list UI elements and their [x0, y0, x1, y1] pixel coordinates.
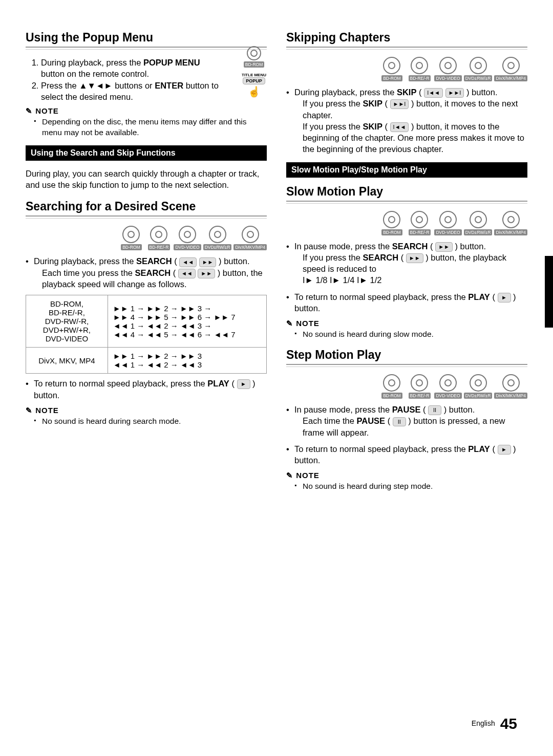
text: In pause mode, press the: [294, 405, 392, 414]
button-name: PAUSE: [392, 405, 421, 414]
disc-icon: [383, 374, 400, 392]
button-name: PLAY: [468, 444, 490, 453]
badge-bdrom: BD-ROM: [244, 61, 264, 68]
disc-icon: [439, 374, 457, 392]
heading-popup-menu: Using the Popup Menu: [26, 31, 267, 45]
badge-label: BD-RE/-R: [148, 244, 171, 250]
text: To return to normal speed playback, pres…: [294, 444, 468, 453]
note-item: No sound is heard during step mode.: [303, 481, 527, 492]
cell-speeds: ►► 1 → ►► 2 → ►► 3 → ►► 4 → ►► 5 → ►► 6 …: [108, 295, 266, 348]
remote-popup-button: POPUP: [243, 77, 265, 84]
text: button.: [470, 88, 498, 97]
rule: [286, 364, 527, 367]
note-heading: NOTE: [286, 319, 527, 328]
text: To return to normal speed playback, pres…: [294, 292, 468, 301]
format-badges-skip: BD-ROM BD-RE/-R DVD-VIDEO DVD±RW/±R DivX…: [286, 57, 527, 81]
skip-prev-icon: I◄◄: [424, 88, 443, 98]
disc-icon: [470, 211, 487, 228]
text: If you press the: [303, 253, 363, 262]
disc-icon: [247, 46, 261, 60]
thumb-tab: [545, 256, 553, 328]
text: If you press the: [303, 99, 363, 108]
text: In pause mode, press the: [294, 242, 392, 251]
play-icon: ►: [237, 379, 250, 389]
forward-icon: ►►: [406, 253, 423, 263]
page-footer: English 45: [472, 715, 517, 732]
forward-icon: ►►: [199, 257, 217, 267]
badge-label: DVD-VIDEO: [434, 393, 461, 399]
footer-lang: English: [472, 719, 495, 727]
note-item: No sound is heard during search mode.: [42, 416, 267, 427]
list-item: During playback, press the SEARCH ( ◄◄ ►…: [26, 255, 267, 290]
disc-icon: [179, 226, 196, 243]
list-item: In pause mode, press the PAUSE ( II ) bu…: [286, 404, 527, 438]
disc-icon: [470, 374, 487, 392]
note-heading: NOTE: [26, 406, 267, 415]
disc-icon: [209, 226, 226, 243]
disc-icon: [150, 226, 167, 243]
format-badges-scene: BD-ROM BD-RE/-R DVD-VIDEO DVD±RW/±R DivX…: [26, 226, 267, 250]
section-bar-slow: Slow Motion Play/Step Motion Play: [286, 162, 527, 178]
disc-icon: [411, 57, 428, 74]
button-name: SEARCH: [392, 242, 428, 251]
button-name: SEARCH: [363, 253, 398, 262]
cell-formats: DivX, MKV, MP4: [26, 348, 108, 374]
list-item: During playback, press the POPUP MENU bu…: [41, 57, 221, 80]
list-item: In pause mode, press the SEARCH ( ►► ) b…: [286, 241, 527, 286]
disc-icon: [502, 211, 520, 228]
text: button on the remote control.: [41, 69, 149, 78]
text: If you press the: [303, 122, 363, 131]
badge-label: DivX/MKV/MP4: [494, 393, 527, 399]
cell-speeds: ►► 1 → ►► 2 → ►► 3 ◄◄ 1 → ◄◄ 2 → ◄◄ 3: [108, 348, 266, 374]
play-icon: ►: [498, 445, 511, 455]
text: Each time you press the: [42, 268, 135, 277]
heading-step: Step Motion Play: [286, 348, 527, 362]
manual-page: 06 Basic Functions Using the Popup Menu …: [0, 0, 553, 756]
text: During playback, press the: [294, 88, 397, 97]
step-bullets: In pause mode, press the PAUSE ( II ) bu…: [286, 404, 527, 466]
badge-label: BD-ROM: [381, 393, 402, 399]
note-heading: NOTE: [286, 471, 527, 480]
pause-icon: II: [393, 417, 406, 427]
disc-icon: [411, 211, 428, 228]
button-name: SKIP: [397, 88, 417, 97]
table-row: DivX, MKV, MP4 ►► 1 → ►► 2 → ►► 3 ◄◄ 1 →…: [26, 348, 267, 374]
heading-slow: Slow Motion Play: [286, 185, 527, 199]
button-name: PAUSE: [356, 416, 385, 425]
note-list: Depending on the disc, the menu items ma…: [26, 117, 267, 138]
button-name: SEARCH: [135, 268, 171, 277]
scene-bullets: During playback, press the SEARCH ( ◄◄ ►…: [26, 255, 267, 290]
disc-icon: [439, 57, 457, 74]
badge-label: BD-RE/-R: [409, 75, 431, 81]
rule: [26, 215, 267, 219]
badge-label: DVD±RW/±R: [464, 393, 493, 399]
forward-icon: ►►: [435, 242, 453, 252]
rule: [286, 47, 527, 50]
button-name: POPUP MENU: [143, 58, 200, 67]
badge-label: DVD-VIDEO: [434, 75, 461, 81]
disc-icon: [242, 226, 259, 243]
pause-icon: II: [428, 405, 441, 415]
badge-label: DivX/MKV/MP4: [494, 229, 527, 235]
rule: [26, 47, 267, 50]
note-heading: NOTE: [26, 106, 267, 116]
search-intro: During play, you can search quickly thro…: [26, 168, 267, 191]
badge-label: BD-ROM: [381, 75, 402, 81]
text: Each time the: [303, 416, 356, 425]
disc-icon: [122, 226, 140, 243]
disc-icon: [502, 57, 520, 74]
badge-label: DivX/MKV/MP4: [233, 244, 267, 250]
disc-icon: [383, 211, 400, 228]
note-item: Depending on the disc, the menu items ma…: [42, 117, 267, 138]
text: button.: [294, 456, 320, 465]
heading-skipping: Skipping Chapters: [286, 31, 527, 45]
skip-next-icon: ►►I: [390, 99, 409, 109]
list-item: To return to normal speed playback, pres…: [286, 443, 527, 466]
rewind-icon: ◄◄: [179, 257, 197, 267]
text: Press the ▲▼◄► buttons or: [41, 81, 155, 90]
badge-label: DivX/MKV/MP4: [494, 75, 527, 81]
text: button.: [294, 304, 320, 313]
hand-icon: ☝: [248, 85, 261, 98]
rewind-icon: ◄◄: [178, 269, 196, 278]
text: button.: [34, 391, 59, 400]
